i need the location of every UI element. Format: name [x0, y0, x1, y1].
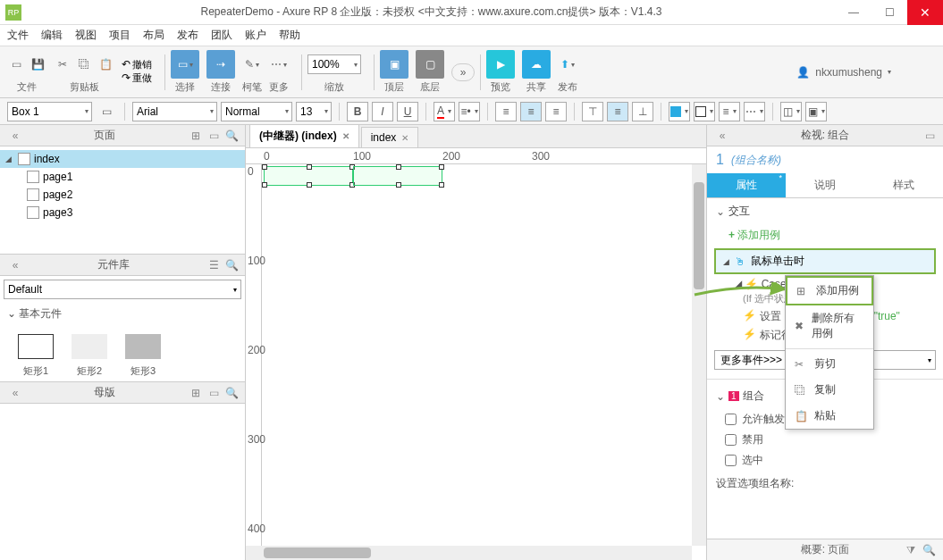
- shape-rect3[interactable]: 矩形3: [125, 334, 161, 378]
- masters-add-folder-icon[interactable]: ⊞: [188, 385, 204, 401]
- align-left-button[interactable]: ≡: [495, 102, 517, 121]
- menu-edit[interactable]: 编辑: [41, 28, 63, 43]
- add-page-icon[interactable]: ▭: [206, 128, 222, 144]
- undo-icon[interactable]: ↶: [122, 58, 131, 71]
- line-style-button[interactable]: ⋯: [744, 102, 765, 121]
- canvas-scrollbar-v[interactable]: [692, 164, 706, 546]
- line-color-button[interactable]: [694, 102, 715, 121]
- search-icon[interactable]: 🔍: [223, 128, 240, 144]
- more-tools-button[interactable]: ⋯: [270, 55, 288, 73]
- bullets-button[interactable]: ≡•: [459, 102, 480, 121]
- lib-menu-icon[interactable]: ☰: [206, 257, 222, 273]
- minimize-button[interactable]: —: [836, 0, 871, 25]
- align-center-button[interactable]: ≡: [520, 102, 542, 121]
- ctx-delete-all[interactable]: ✖删除所有用例: [786, 305, 873, 347]
- group-name-label[interactable]: (组合名称): [731, 153, 781, 168]
- event-onclick[interactable]: ◢ 🖱 鼠标单击时: [714, 248, 936, 274]
- ctx-cut[interactable]: ✂剪切: [786, 351, 873, 377]
- close-button[interactable]: ✕: [907, 0, 943, 25]
- library-select[interactable]: Default: [4, 280, 241, 299]
- line-width-button[interactable]: ≡: [719, 102, 740, 121]
- outline-search-icon[interactable]: 🔍: [922, 544, 936, 556]
- tab-style[interactable]: 样式: [864, 173, 943, 197]
- align-right-button[interactable]: ≡: [545, 102, 567, 121]
- ctx-add-case[interactable]: ⊞添加用例: [786, 276, 873, 305]
- bring-front-button[interactable]: ▣: [380, 50, 408, 79]
- menu-project[interactable]: 项目: [109, 28, 131, 43]
- page-page3[interactable]: page3: [0, 204, 245, 221]
- cut-icon[interactable]: ✂: [54, 55, 72, 73]
- shape-options-icon[interactable]: ▭: [96, 102, 117, 121]
- pen-tool-button[interactable]: ✎: [243, 55, 261, 73]
- valign-top-button[interactable]: ⊤: [582, 102, 603, 121]
- page-index[interactable]: ◢index: [0, 150, 245, 168]
- redo-icon[interactable]: ↷: [122, 71, 131, 84]
- shape-rect1[interactable]: 矩形1: [18, 334, 54, 378]
- collapse-icon[interactable]: «: [7, 128, 23, 144]
- italic-button[interactable]: I: [372, 102, 393, 121]
- text-color-button[interactable]: A: [434, 102, 455, 121]
- selected-cell-2[interactable]: [353, 166, 442, 186]
- share-button[interactable]: ☁: [522, 50, 551, 79]
- tab-properties[interactable]: 属性*: [707, 173, 786, 197]
- valign-bottom-button[interactable]: ⊥: [632, 102, 653, 121]
- ctx-copy[interactable]: ⿻复制: [786, 377, 873, 403]
- shape-type-combo[interactable]: Box 1: [7, 102, 92, 121]
- copy-icon[interactable]: ⿻: [75, 55, 93, 73]
- shape-rect2[interactable]: 矩形2: [72, 334, 107, 378]
- ctx-paste[interactable]: 📋粘贴: [786, 403, 873, 429]
- add-case-link[interactable]: 添加用例: [707, 224, 943, 247]
- canvas[interactable]: 0 100 200 300 400: [246, 164, 706, 560]
- user-menu[interactable]: 👤 nkxumusheng ▾: [796, 66, 936, 79]
- font-weight-combo[interactable]: Normal: [221, 102, 292, 121]
- canvas-scrollbar-h[interactable]: [246, 546, 692, 560]
- filter-icon[interactable]: ⧩: [906, 544, 915, 556]
- valign-middle-button[interactable]: ≡: [607, 102, 628, 121]
- tab-close-icon[interactable]: ✕: [401, 133, 408, 143]
- lib-collapse-icon[interactable]: «: [7, 257, 23, 273]
- lib-search-icon[interactable]: 🔍: [223, 257, 240, 273]
- masters-search-icon[interactable]: 🔍: [223, 385, 240, 401]
- menu-publish[interactable]: 发布: [177, 28, 198, 43]
- fill-color-button[interactable]: [669, 102, 690, 121]
- bold-button[interactable]: B: [347, 102, 368, 121]
- interactions-section[interactable]: 交互: [707, 198, 943, 224]
- cb-disabled[interactable]: 禁用: [707, 430, 943, 450]
- cb-selected[interactable]: 选中: [707, 450, 943, 471]
- masters-add-icon[interactable]: ▭: [206, 385, 222, 401]
- publish-button[interactable]: ⬆: [559, 55, 577, 73]
- overflow-button[interactable]: »: [451, 63, 475, 81]
- outer-shadow-button[interactable]: ◫: [780, 102, 802, 121]
- inspector-back-icon[interactable]: «: [714, 128, 730, 144]
- canvas-tab-index[interactable]: index✕: [361, 127, 419, 147]
- menu-arrange[interactable]: 布局: [143, 28, 164, 43]
- maximize-button[interactable]: ☐: [871, 0, 907, 25]
- save-icon[interactable]: 💾: [29, 55, 46, 73]
- selected-cell-1[interactable]: [264, 166, 353, 186]
- menu-account[interactable]: 账户: [245, 28, 266, 43]
- add-folder-icon[interactable]: ⊞: [188, 128, 204, 144]
- menu-view[interactable]: 视图: [75, 28, 97, 43]
- page-page1[interactable]: page1: [0, 168, 245, 186]
- inspector-note-icon[interactable]: ▭: [922, 128, 938, 144]
- lib-section-basic[interactable]: 基本元件: [0, 303, 245, 325]
- preview-button[interactable]: ▶: [486, 50, 515, 79]
- menu-help[interactable]: 帮助: [279, 28, 300, 43]
- tab-close-icon[interactable]: ✕: [342, 131, 349, 141]
- canvas-tab-repeater[interactable]: (中继器) (index)✕: [249, 124, 359, 147]
- menu-team[interactable]: 团队: [211, 28, 232, 43]
- send-back-button[interactable]: ▢: [416, 50, 444, 79]
- underline-button[interactable]: U: [397, 102, 418, 121]
- paste-icon[interactable]: 📋: [97, 55, 114, 73]
- menu-file[interactable]: 文件: [7, 28, 29, 43]
- inner-shadow-button[interactable]: ▣: [805, 102, 827, 121]
- font-combo[interactable]: Arial: [132, 102, 217, 121]
- connect-tool-button[interactable]: ⇢: [206, 50, 235, 79]
- new-file-icon[interactable]: ▭: [7, 55, 25, 73]
- page-page2[interactable]: page2: [0, 186, 245, 204]
- masters-collapse-icon[interactable]: «: [7, 385, 23, 401]
- tab-notes[interactable]: 说明: [786, 173, 864, 197]
- font-size-combo[interactable]: 13: [296, 102, 332, 121]
- select-tool-button[interactable]: ▭: [171, 50, 199, 79]
- zoom-combo[interactable]: 100%: [307, 54, 361, 74]
